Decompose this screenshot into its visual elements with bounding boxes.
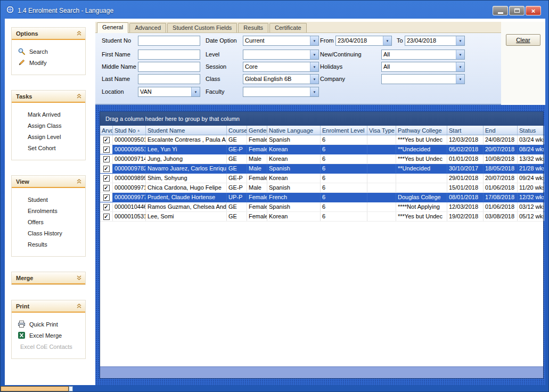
- tab-student-custom-fields[interactable]: Student Custom Fields: [167, 23, 237, 32]
- cell-native-language: Korean: [267, 154, 321, 164]
- sidebar-item-excel-merge[interactable]: Excel Merge: [12, 330, 85, 341]
- maximize-button[interactable]: [509, 6, 525, 15]
- chevron-down-icon[interactable]: ▼: [191, 87, 200, 96]
- column-header-gender[interactable]: Gender: [247, 126, 267, 135]
- sidebar-item-search[interactable]: Search: [12, 46, 85, 57]
- chevron-down-icon[interactable]: ▼: [383, 36, 391, 45]
- table-row[interactable]: ✓0000009977Prudent, Claude HortenseUP-PF…: [100, 193, 543, 202]
- from-date-select[interactable]: 23/04/2018▼: [335, 36, 392, 46]
- column-header-pathway-college[interactable]: Pathway College: [396, 126, 447, 135]
- to-date-select[interactable]: 23/04/2018▼: [405, 36, 465, 46]
- sidebar-item-modify[interactable]: Modify: [12, 57, 85, 68]
- sidebar-item-results[interactable]: Results: [12, 239, 85, 250]
- section-title: Merge: [16, 275, 33, 281]
- cell-status: 08/24 wks: [518, 145, 544, 154]
- column-header-enrolment-level[interactable]: Enrolment Level: [321, 126, 367, 135]
- column-header-student-name[interactable]: Student Name: [146, 126, 227, 135]
- tab-general[interactable]: General: [97, 22, 128, 33]
- class-select[interactable]: Global English 6B▼: [243, 74, 319, 84]
- arrived-checkbox[interactable]: ✓: [103, 204, 110, 210]
- column-header-stud-no[interactable]: Stud No▲: [113, 126, 146, 135]
- table-row[interactable]: ✓0000010446Ramos Guzman, Chelsea AndrGEF…: [100, 202, 543, 212]
- arrived-checkbox[interactable]: ✓: [103, 194, 110, 201]
- minimize-button[interactable]: [493, 6, 508, 15]
- holidays-select[interactable]: All▼: [381, 62, 465, 72]
- chevron-double-down-icon[interactable]: [76, 275, 82, 281]
- table-row[interactable]: ✓0000009501Escalante Contreras , Paula A…: [100, 135, 543, 145]
- column-header-course[interactable]: Course: [227, 126, 247, 135]
- chevron-down-icon[interactable]: ▼: [310, 75, 318, 84]
- last-name-input[interactable]: [138, 74, 200, 84]
- arrived-checkbox[interactable]: ✓: [103, 185, 110, 191]
- middle-name-input[interactable]: [138, 62, 200, 72]
- new-continuing-select[interactable]: All▼: [381, 50, 465, 60]
- date-option-select[interactable]: Current▼: [243, 36, 319, 46]
- chevron-double-up-icon[interactable]: [76, 30, 82, 36]
- column-header-start[interactable]: Start: [447, 126, 484, 135]
- sidebar-item-offers[interactable]: Offers: [12, 216, 85, 227]
- table-row[interactable]: ✓0000009782Navarro Juarez, Carlos Enriqu…: [100, 164, 543, 174]
- chevron-down-icon[interactable]: ▼: [310, 36, 318, 45]
- sidebar-item-class-history[interactable]: Class History: [12, 227, 85, 239]
- level-select[interactable]: ▼: [243, 50, 319, 60]
- arrived-cell: ✓: [100, 174, 113, 183]
- close-button[interactable]: ×: [526, 6, 541, 15]
- faculty-select[interactable]: ▼: [243, 87, 319, 97]
- sidebar-item-quick-print[interactable]: Quick Print: [12, 318, 85, 330]
- table-row[interactable]: ✓0000010531Lee, SomiGEFemaleKorean6***Ye…: [100, 212, 543, 222]
- chevron-double-up-icon[interactable]: [76, 303, 82, 309]
- clear-button[interactable]: Clear: [506, 34, 540, 46]
- sidebar-item-assign-level[interactable]: Assign Level: [12, 131, 85, 142]
- tab-certificate[interactable]: Certificate: [269, 23, 307, 32]
- sidebar-item-student[interactable]: Student: [12, 194, 85, 205]
- section-header-print[interactable]: Print: [12, 300, 85, 313]
- arrived-checkbox[interactable]: ✓: [103, 156, 110, 162]
- cell-student-name: Ramos Guzman, Chelsea Andr: [146, 202, 227, 211]
- chevron-down-icon[interactable]: ▼: [310, 87, 318, 96]
- tab-results[interactable]: Results: [238, 23, 268, 32]
- arrived-checkbox[interactable]: ✓: [103, 146, 110, 153]
- chevron-double-up-icon[interactable]: [76, 93, 82, 99]
- holidays-label: Holidays: [320, 63, 342, 70]
- column-header-visa-type[interactable]: Visa Type: [367, 126, 396, 135]
- first-name-input[interactable]: [138, 50, 200, 60]
- chevron-down-icon[interactable]: ▼: [456, 75, 464, 84]
- column-header-end[interactable]: End: [484, 126, 518, 135]
- arrived-cell: ✓: [100, 135, 113, 144]
- arrived-checkbox[interactable]: ✓: [103, 166, 110, 172]
- chevron-down-icon[interactable]: ▼: [456, 50, 464, 59]
- chevron-double-up-icon[interactable]: [76, 178, 82, 184]
- column-header-native-language[interactable]: Native Language: [267, 126, 321, 135]
- section-header-tasks[interactable]: Tasks: [12, 91, 85, 103]
- section-header-view[interactable]: View: [12, 176, 85, 188]
- table-row[interactable]: ✓0000009899Shim, SohyungGE-PFemaleKorean…: [100, 174, 543, 183]
- column-header-status[interactable]: Status: [518, 126, 544, 135]
- arrived-checkbox[interactable]: ✓: [103, 175, 110, 182]
- section-items: SearchModify: [12, 40, 85, 75]
- chevron-down-icon[interactable]: ▼: [310, 62, 318, 71]
- section-header-options[interactable]: Options: [12, 28, 85, 40]
- sidebar-item-label: Enrolments: [28, 208, 58, 214]
- tab-advanced[interactable]: Advanced: [129, 23, 166, 32]
- cell-status: 12/32 wks: [518, 193, 544, 202]
- group-by-area[interactable]: Drag a column header here to group by th…: [100, 112, 543, 126]
- sidebar-item-assign-class[interactable]: Assign Class: [12, 120, 85, 131]
- arrived-cell: ✓: [100, 154, 113, 164]
- chevron-down-icon[interactable]: ▼: [310, 50, 318, 59]
- company-select[interactable]: ▼: [381, 74, 465, 84]
- sidebar-item-enrolments[interactable]: Enrolments: [12, 205, 85, 216]
- table-row[interactable]: ✓0000009714Jung, JuhongGEMaleKorean6***Y…: [100, 154, 543, 164]
- column-header-arvd[interactable]: Arvd: [100, 126, 113, 135]
- sidebar-item-mark-arrived[interactable]: Mark Arrived: [12, 109, 85, 120]
- chevron-down-icon[interactable]: ▼: [456, 36, 464, 45]
- session-select[interactable]: Core▼: [243, 62, 319, 72]
- chevron-down-icon[interactable]: ▼: [456, 62, 464, 71]
- location-select[interactable]: VAN▼: [138, 87, 200, 97]
- sidebar-item-set-cohort[interactable]: Set Cohort: [12, 142, 85, 153]
- arrived-checkbox[interactable]: ✓: [103, 214, 110, 220]
- section-header-merge[interactable]: Merge: [12, 272, 85, 284]
- arrived-checkbox[interactable]: ✓: [103, 137, 110, 143]
- table-row[interactable]: ✓0000009651Lee, Yun YiGE-PFemaleKorean6*…: [100, 145, 543, 154]
- student-no-input[interactable]: [138, 36, 200, 46]
- table-row[interactable]: ✓0000009971Chica Cardona, Hugo FelipeGE-…: [100, 183, 543, 193]
